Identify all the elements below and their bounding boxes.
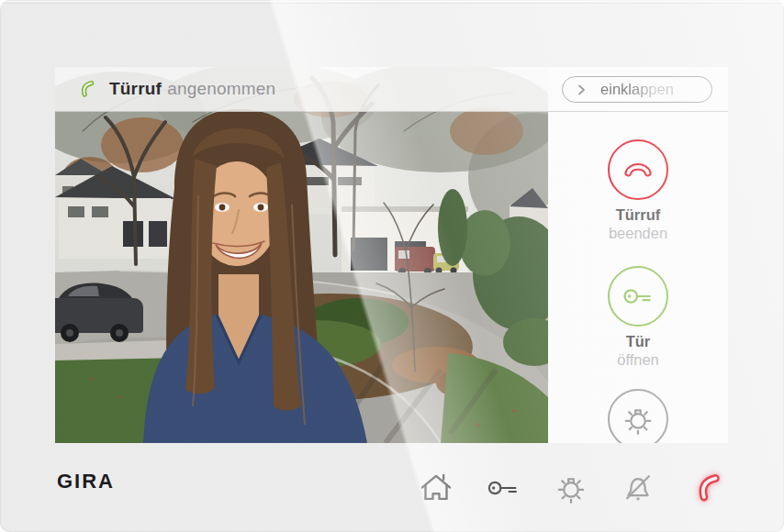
mute-bell-button[interactable] xyxy=(618,443,658,532)
active-call-button[interactable] xyxy=(691,443,732,532)
end-call-label-1: Türruf xyxy=(616,205,661,224)
call-status-bar: Türrufangenommen xyxy=(55,67,548,112)
key-icon xyxy=(620,278,656,315)
footer-bar: GIRA xyxy=(0,443,784,532)
open-door-label-2: öffnen xyxy=(617,350,659,369)
end-door-call-button[interactable]: Türruf beenden xyxy=(548,139,728,242)
open-door-ring xyxy=(608,266,668,327)
collapse-button-label: einklappen xyxy=(600,81,674,98)
collapse-button[interactable]: einklappen xyxy=(562,76,712,103)
call-status-text: Türrufangenommen xyxy=(109,79,275,99)
end-call-label-2: beenden xyxy=(609,224,667,242)
call-status-title: Türruf xyxy=(109,79,162,98)
key-icon xyxy=(485,470,521,506)
home-button[interactable] xyxy=(416,443,456,532)
end-call-ring xyxy=(608,139,668,200)
phone-accepted-icon xyxy=(78,78,100,100)
sidebar-header: einklappen xyxy=(548,67,728,112)
door-camera-video: Türrufangenommen xyxy=(55,67,548,443)
home-icon xyxy=(418,470,454,506)
gira-logo: GIRA xyxy=(57,470,115,493)
device-top-seam xyxy=(0,3,784,4)
intercom-device: Türrufangenommen einklappen Türruf beend… xyxy=(0,0,784,532)
bell-muted-icon xyxy=(620,470,656,506)
phone-active-icon xyxy=(693,470,730,506)
light-bulb-icon xyxy=(620,401,656,438)
light-bulb-icon xyxy=(553,470,589,506)
door-key-button[interactable] xyxy=(483,443,523,532)
open-door-label-1: Tür xyxy=(626,332,651,350)
open-door-button[interactable]: Tür öffnen xyxy=(548,266,728,369)
call-status-detail: angenommen xyxy=(167,79,275,98)
phone-hangup-icon xyxy=(621,152,655,187)
action-sidebar: einklappen Türruf beenden xyxy=(548,67,728,443)
light-ring xyxy=(608,389,668,443)
light-button[interactable] xyxy=(548,389,728,443)
light-toggle-button[interactable] xyxy=(551,443,591,532)
chevron-right-icon xyxy=(573,82,589,98)
camera-scene xyxy=(55,67,548,443)
